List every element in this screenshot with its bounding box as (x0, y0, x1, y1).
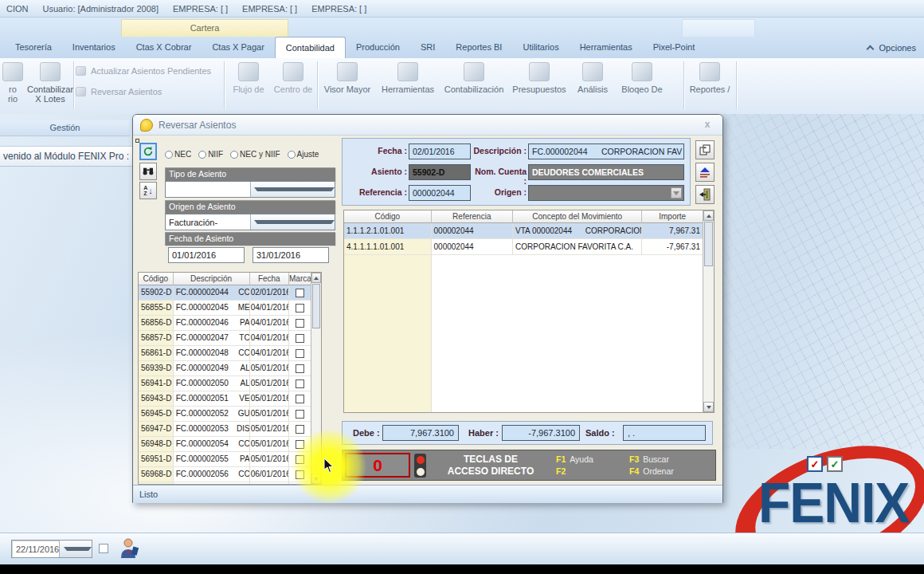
ribbon-item-visor-mayor[interactable]: Visor Mayor (320, 62, 374, 94)
ribbon-item-flujo[interactable]: Flujo de (227, 62, 270, 94)
marca-checkbox[interactable] (296, 304, 304, 313)
column-header-referencia[interactable]: Referencia (432, 210, 514, 223)
column-header-codigo[interactable]: Código (344, 210, 432, 223)
ribbon-item-herramientas[interactable]: Herramientas (376, 62, 440, 94)
ribbon-tab[interactable]: Contabilidad (275, 37, 346, 58)
chevron-down-icon[interactable] (250, 182, 335, 197)
marca-checkbox[interactable] (296, 319, 304, 328)
sort-button[interactable]: AZ ↓ (139, 182, 157, 199)
saldo-label: Saldo : (585, 428, 615, 438)
marca-checkbox[interactable] (296, 379, 304, 388)
marca-checkbox[interactable] (296, 334, 304, 343)
asiento-row[interactable]: 56943-D FC.000002051VE 05/01/2016 (139, 391, 311, 407)
column-header-descripcion[interactable]: Descripción (174, 273, 250, 285)
column-header-codigo[interactable]: Código (139, 273, 174, 285)
refresh-button[interactable] (139, 143, 157, 160)
checklist-button[interactable]: ✓ (827, 456, 843, 472)
asiento-row[interactable]: 56947-D FC.000002053DIS 05/01/2016 (139, 422, 311, 437)
search-button[interactable] (139, 163, 157, 180)
sort-arrow: ↓ (148, 186, 153, 195)
ribbon-item-contabilizacion[interactable]: Contabilización (440, 62, 508, 94)
chevron-down-icon[interactable] (59, 541, 92, 557)
movimientos-grid-scrollbar[interactable] (703, 210, 714, 412)
asiento-row[interactable]: 56968-D FC.000002056CC 06/01/2016 (139, 467, 311, 482)
scroll-down-button[interactable] (703, 402, 714, 412)
asiento-row[interactable]: 56856-D FC.000002046PA 04/01/2016 (139, 316, 311, 331)
asiento-row[interactable]: 56948-D FC.000002054CC 05/01/2016 (139, 437, 311, 452)
radio-option[interactable]: NEC (165, 150, 191, 159)
reports-icon (699, 62, 720, 81)
ribbon-item-reportes[interactable]: Reportes / (687, 62, 733, 94)
asiento-row[interactable]: 56969-D FC.000002057CC 06/01/2016 (139, 482, 311, 484)
ribbon-tab[interactable]: SRI (410, 37, 445, 58)
bottom-checkbox[interactable] (99, 544, 108, 553)
origen-asiento-dropdown[interactable]: Facturación- (165, 214, 335, 230)
radio-option[interactable]: NEC y NIIF (230, 150, 280, 159)
options-button[interactable]: Opciones (867, 37, 916, 58)
ribbon-tab[interactable]: Utilitarios (512, 37, 569, 58)
refresh-icon (143, 146, 154, 157)
asiento-row[interactable]: 56857-D FC.000002047TC 04/01/2016 (139, 331, 311, 346)
ribbon-item-analisis[interactable]: Análisis (572, 62, 613, 94)
marca-checkbox[interactable] (296, 395, 304, 403)
asiento-row[interactable]: 56941-D FC.000002050AL 05/01/2016 (139, 376, 311, 391)
ribbon-item-diario[interactable]: ro rio (0, 62, 25, 104)
copy-entry-button[interactable] (695, 140, 715, 159)
ribbon-menu-item[interactable]: Actualizar Asientos Pendientes (76, 66, 211, 76)
system-date-picker[interactable]: 22/11/2016 (11, 540, 92, 558)
ribbon-tab[interactable]: Producción (346, 37, 410, 58)
radio-option[interactable]: NIIF (198, 150, 223, 159)
radio-option[interactable]: Ajuste (288, 150, 319, 159)
column-header-marca[interactable]: Marca (289, 273, 311, 285)
ribbon-tab[interactable]: Tesorería (5, 37, 62, 58)
fecha-desde-input[interactable]: 01/01/2016 (168, 247, 245, 263)
scroll-up-button[interactable] (311, 273, 321, 283)
exit-button[interactable] (695, 185, 715, 204)
column-header-importe[interactable]: Importe (642, 210, 703, 223)
ribbon-item-bloqueo[interactable]: Bloqeo De (617, 62, 668, 94)
debe-value: 7,967.3100 (382, 425, 459, 441)
ribbon-tab[interactable]: Inventarios (62, 37, 126, 58)
scroll-thumb[interactable] (312, 284, 320, 328)
ribbon-tab[interactable]: Ctas X Pagar (202, 37, 274, 58)
close-icon[interactable]: x (700, 118, 715, 131)
asiento-row[interactable]: 56855-D FC.000002045ME 04/01/2016 (139, 301, 311, 316)
asiento-row[interactable]: 55902-D FC.000002044CC 02/01/2016 (139, 285, 311, 301)
chevron-down-icon[interactable] (250, 214, 335, 230)
marca-checkbox[interactable] (296, 289, 304, 297)
movimiento-row[interactable]: 1.1.1.2.1.01.001 000002044 VTA 000002044… (344, 223, 703, 239)
dialog-titlebar[interactable]: Reversar Asientos x (133, 115, 722, 136)
asiento-row[interactable]: 56939-D FC.000002049AL 05/01/2016 (139, 361, 311, 376)
ribbon-tab[interactable]: Herramientas (570, 37, 643, 58)
scroll-up-button[interactable] (703, 210, 714, 221)
ribbon-item-contabilizar-lotes[interactable]: Contabilizar X Lotes (27, 62, 73, 104)
collapse-panel-button[interactable] (695, 163, 715, 182)
scroll-thumb[interactable] (704, 222, 713, 266)
verify-button[interactable]: ✓ (807, 456, 823, 472)
column-header-fecha[interactable]: Fecha (250, 273, 289, 285)
descripcion-value-field: FC.000002044 CORPORACION FAV (528, 144, 684, 159)
asiento-row[interactable]: 56861-D FC.000002048CC 04/01/2016 (139, 346, 311, 361)
fecha-hasta-input[interactable]: 31/01/2016 (253, 247, 329, 263)
ribbon-item-centro[interactable]: Centro de (272, 62, 315, 94)
ribbon-group-label: Gestión (0, 120, 130, 136)
column-header-concepto[interactable]: Concepto del Movimiento (513, 210, 642, 223)
ribbon-item-presupuestos[interactable]: Presupuestos (510, 62, 569, 94)
asientos-grid-header: Código Descripción Fecha Marca (139, 273, 311, 285)
marca-checkbox[interactable] (296, 349, 304, 358)
user-person-icon[interactable] (119, 537, 139, 560)
ribbon-tab[interactable]: Pixel-Point (643, 37, 706, 58)
ribbon-menu-item[interactable]: Reversar Asientos (76, 87, 162, 96)
ribbon-tab[interactable]: Ctas X Cobrar (126, 37, 202, 58)
marca-checkbox[interactable] (296, 410, 304, 419)
marca-checkbox[interactable] (296, 425, 304, 434)
asiento-row[interactable]: 56945-D FC.000002052GU 05/01/2016 (139, 407, 311, 422)
haber-value: -7,967.3100 (502, 425, 580, 441)
ribbon-tab[interactable]: Reportes BI (445, 37, 512, 58)
movimiento-row[interactable]: 4.1.1.1.1.01.001 000002044 CORPORACION F… (344, 239, 703, 255)
marca-checkbox[interactable] (296, 364, 304, 373)
menu-item-icon (76, 66, 86, 76)
asiento-row[interactable]: 56951-D FC.000002055PA 05/01/2016 (139, 452, 311, 467)
tipo-asiento-dropdown[interactable] (165, 181, 335, 198)
titlebar-company: EMPRESA: [ ] (173, 4, 228, 14)
